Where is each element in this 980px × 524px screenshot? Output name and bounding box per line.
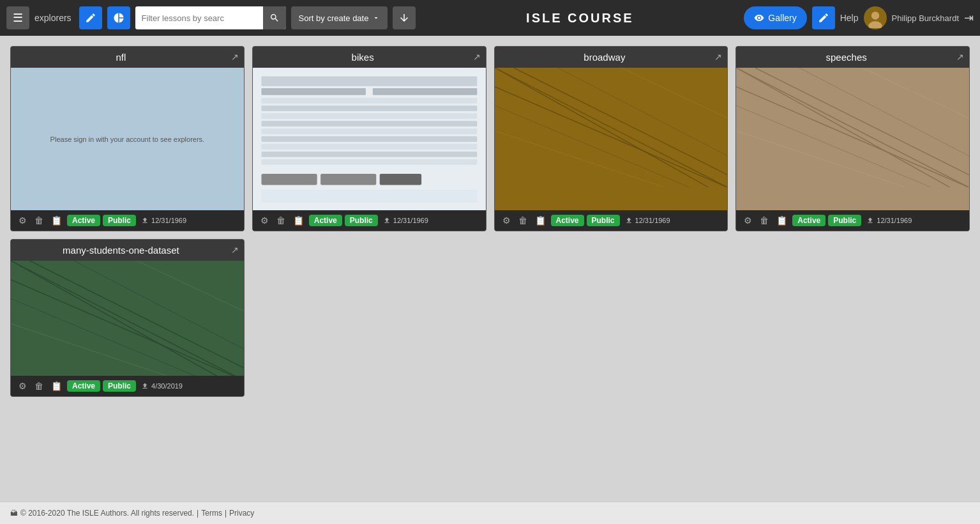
chevron-down-icon (372, 14, 380, 22)
settings-button-speeches[interactable]: ⚙ (741, 214, 755, 227)
pencil-icon (85, 12, 96, 24)
date-broadway: 12/31/1969 (625, 217, 670, 224)
card-title-nfl: nfl (116, 52, 126, 63)
user-avatar-icon (865, 8, 886, 28)
copy-button-broadway[interactable]: 📋 (532, 214, 548, 227)
copy-button-nfl[interactable]: 📋 (49, 214, 64, 227)
search-input[interactable] (135, 6, 263, 29)
course-card-speeches[interactable]: speeches ↗ ⚙ 🗑 📋 (735, 46, 970, 231)
nfl-sign-in-text: Please sign in with your account to see … (44, 129, 211, 150)
upload-icon-nfl (141, 217, 149, 224)
svg-rect-9 (261, 121, 477, 127)
card-header-bikes: bikes ↗ (253, 47, 486, 68)
card-footer-many: ⚙ 🗑 📋 Active Public 4/30/2019 (11, 376, 244, 396)
sort-label: Sort by create date (299, 13, 369, 23)
card-grid-row2: many-students-one-dataset ↗ ⚙ � (10, 239, 970, 397)
bikes-screenshot (258, 73, 481, 205)
svg-rect-6 (261, 98, 477, 104)
svg-rect-15 (261, 174, 317, 185)
edit-button[interactable] (812, 6, 835, 29)
footer-terms-link[interactable]: Terms (201, 509, 222, 518)
svg-rect-10 (261, 128, 477, 134)
upload-icon-bikes (383, 217, 391, 224)
svg-point-1 (871, 12, 878, 19)
settings-button-bikes[interactable]: ⚙ (258, 214, 271, 227)
broadway-diagonal-svg (495, 68, 728, 187)
card-header-nfl: nfl ↗ (11, 47, 244, 68)
gallery-label: Gallery (768, 13, 796, 23)
course-card-broadway[interactable]: broadway ↗ ⚙ 🗑 📋 (494, 46, 728, 231)
pie-chart-button[interactable] (107, 6, 130, 29)
public-badge-broadway: Public (587, 215, 620, 226)
explorers-label: explorers (34, 13, 72, 23)
external-link-icon-many[interactable]: ↗ (231, 245, 239, 255)
main-content: nfl ↗ Please sign in with your account t… (0, 36, 980, 502)
card-preview-nfl: Please sign in with your account to see … (11, 68, 244, 210)
date-bikes: 12/31/1969 (383, 217, 428, 224)
page-footer: 🏔 © 2016-2020 The ISLE Authors. All righ… (0, 502, 980, 524)
card-title-many: many-students-one-dataset (63, 245, 179, 256)
card-preview-broadway (495, 68, 728, 210)
search-button[interactable] (263, 6, 286, 29)
external-link-icon-nfl[interactable]: ↗ (231, 52, 239, 62)
settings-button-broadway[interactable]: ⚙ (500, 214, 513, 227)
active-badge-many: Active (67, 380, 100, 392)
many-diagonal-svg (11, 261, 244, 376)
copy-button-bikes[interactable]: 📋 (290, 214, 306, 227)
user-name[interactable]: Philipp Burckhardt (892, 13, 960, 23)
svg-rect-13 (261, 151, 477, 157)
edit-lessons-button[interactable] (79, 6, 102, 29)
card-header-many: many-students-one-dataset ↗ (11, 240, 244, 261)
pencil-edit-icon (818, 12, 829, 24)
settings-button-nfl[interactable]: ⚙ (16, 214, 29, 227)
card-preview-many (11, 261, 244, 376)
sort-direction-button[interactable] (393, 6, 416, 29)
upload-icon-many (141, 382, 149, 390)
svg-rect-17 (379, 174, 421, 185)
svg-rect-14 (261, 159, 477, 165)
external-link-icon-bikes[interactable]: ↗ (473, 52, 481, 62)
svg-rect-7 (261, 105, 477, 111)
delete-button-speeches[interactable]: 🗑 (757, 214, 771, 227)
public-badge-bikes: Public (345, 215, 378, 226)
signout-button[interactable]: ⇥ (964, 11, 974, 25)
card-footer-bikes: ⚙ 🗑 📋 Active Public 12/31/1969 (253, 210, 486, 231)
delete-button-broadway[interactable]: 🗑 (516, 214, 530, 227)
svg-rect-12 (261, 144, 477, 150)
svg-rect-16 (320, 174, 376, 185)
menu-button[interactable]: ☰ (6, 6, 29, 29)
public-badge-speeches: Public (828, 215, 861, 226)
svg-rect-11 (261, 136, 477, 142)
date-nfl: 12/31/1969 (141, 217, 186, 224)
svg-rect-37 (11, 261, 244, 376)
copy-button-speeches[interactable]: 📋 (774, 214, 790, 227)
card-title-speeches: speeches (826, 52, 867, 63)
gallery-button[interactable]: Gallery (744, 6, 806, 29)
svg-rect-4 (261, 88, 365, 95)
avatar[interactable] (864, 6, 887, 29)
course-card-nfl[interactable]: nfl ↗ Please sign in with your account t… (10, 46, 245, 231)
public-badge-nfl: Public (103, 215, 136, 226)
course-card-many-students[interactable]: many-students-one-dataset ↗ ⚙ � (10, 239, 245, 397)
settings-button-many[interactable]: ⚙ (16, 380, 29, 392)
help-label[interactable]: Help (840, 13, 859, 23)
pie-chart-icon (113, 12, 124, 24)
footer-isle-icon: 🏔 (10, 509, 18, 518)
copy-button-many[interactable]: 📋 (49, 380, 64, 392)
app-header: ☰ explorers Sort by create date ISLE COU… (0, 0, 980, 36)
app-title: ISLE COURSE (421, 11, 739, 26)
external-link-icon-speeches[interactable]: ↗ (956, 52, 964, 62)
date-speeches: 12/31/1969 (866, 217, 912, 224)
delete-button-nfl[interactable]: 🗑 (32, 214, 46, 227)
card-preview-speeches (736, 68, 969, 210)
delete-button-many[interactable]: 🗑 (32, 380, 46, 392)
search-icon (269, 13, 280, 23)
external-link-icon-broadway[interactable]: ↗ (714, 52, 722, 62)
active-badge-broadway: Active (551, 215, 584, 226)
delete-button-bikes[interactable]: 🗑 (274, 214, 288, 227)
sort-button[interactable]: Sort by create date (291, 6, 388, 29)
footer-copyright: © 2016-2020 The ISLE Authors. All rights… (20, 509, 194, 518)
footer-privacy-link[interactable]: Privacy (229, 509, 254, 518)
course-card-bikes[interactable]: bikes ↗ (252, 46, 486, 231)
card-footer-speeches: ⚙ 🗑 📋 Active Public 12/31/1969 (736, 210, 969, 231)
